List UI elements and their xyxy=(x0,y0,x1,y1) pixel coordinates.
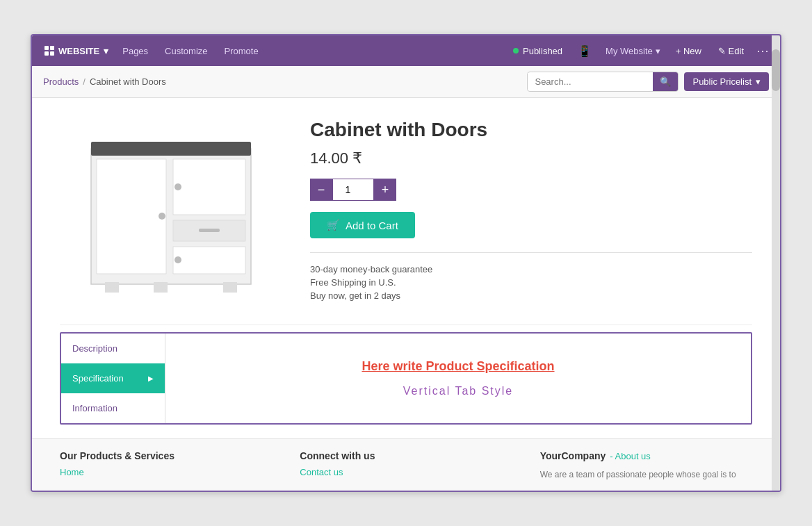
nav-customize[interactable]: Customize xyxy=(158,35,214,66)
footer-col3-text: We are a team of passionate people whose… xyxy=(540,470,752,479)
new-label: + New xyxy=(676,46,701,56)
footer-col3-title: YourCompany xyxy=(540,450,606,461)
product-price: 14.00 ₹ xyxy=(310,149,752,167)
published-badge: Published xyxy=(506,46,569,56)
logo-label: WEBSITE xyxy=(58,46,99,56)
quantity-plus-button[interactable]: + xyxy=(374,179,396,201)
svg-rect-11 xyxy=(223,282,237,293)
pricelist-button[interactable]: Public Pricelist ▾ xyxy=(684,72,769,91)
logo-dropdown-icon: ▾ xyxy=(104,46,108,56)
svg-point-8 xyxy=(174,183,181,190)
quantity-input[interactable] xyxy=(332,179,374,201)
svg-rect-1 xyxy=(91,142,251,156)
quantity-row: − + xyxy=(310,179,752,201)
tabs-section: Description Specification Information He… xyxy=(60,332,752,425)
pricelist-label: Public Pricelist xyxy=(692,76,752,87)
breadcrumb-separator: / xyxy=(83,76,86,87)
guarantee-item-3: Buy now, get in 2 days xyxy=(310,290,752,301)
search-area: 🔍 Public Pricelist ▾ xyxy=(527,72,769,92)
more-options-button[interactable]: ⋯ xyxy=(754,43,772,58)
breadcrumb-products-link[interactable]: Products xyxy=(43,76,79,87)
product-image xyxy=(70,121,272,302)
svg-rect-2 xyxy=(97,159,166,274)
top-nav: WEBSITE ▾ Pages Customize Promote Publis… xyxy=(32,35,780,66)
footer-col3-about-link[interactable]: - About us xyxy=(610,451,651,461)
svg-rect-12 xyxy=(154,282,168,293)
footer-col1-link[interactable]: Home xyxy=(60,467,272,477)
guarantees: 30-day money-back guarantee Free Shippin… xyxy=(310,252,752,301)
product-details: Cabinet with Doors 14.00 ₹ − + 🛒 Add to … xyxy=(310,119,752,304)
add-to-cart-button[interactable]: 🛒 Add to Cart xyxy=(310,212,415,238)
search-button[interactable]: 🔍 xyxy=(653,72,678,91)
svg-point-9 xyxy=(174,256,181,263)
product-title: Cabinet with Doors xyxy=(310,119,752,141)
breadcrumb-row: Products / Cabinet with Doors 🔍 Public P… xyxy=(32,66,780,98)
breadcrumb-current: Cabinet with Doors xyxy=(90,76,166,87)
browser-window: WEBSITE ▾ Pages Customize Promote Publis… xyxy=(31,34,781,492)
scrollbar-thumb[interactable] xyxy=(772,49,780,91)
spec-content-title: Here write Product Specification xyxy=(362,359,554,374)
nav-pages[interactable]: Pages xyxy=(115,35,155,66)
footer-col1-title: Our Products & Services xyxy=(60,450,272,461)
website-logo[interactable]: WEBSITE ▾ xyxy=(40,46,113,56)
tab-content: Here write Product Specification Vertica… xyxy=(165,334,751,423)
footer-col-3: YourCompany - About us We are a team of … xyxy=(540,450,752,479)
svg-rect-5 xyxy=(199,229,220,232)
product-section: Cabinet with Doors 14.00 ₹ − + 🛒 Add to … xyxy=(32,98,780,324)
my-website-btn[interactable]: My Website ▾ xyxy=(600,46,666,56)
footer-col2-title: Connect with us xyxy=(300,450,512,461)
published-dot-icon xyxy=(513,48,519,54)
footer-col-1: Our Products & Services Home xyxy=(60,450,272,479)
svg-rect-3 xyxy=(173,159,245,215)
grid-icon xyxy=(44,46,54,56)
svg-rect-10 xyxy=(105,282,119,293)
edit-button[interactable]: ✎ Edit xyxy=(711,46,751,56)
scrollbar[interactable] xyxy=(772,35,780,491)
footer-col-2: Connect with us Contact us xyxy=(300,450,512,479)
tabs-sidebar: Description Specification Information xyxy=(61,334,165,423)
breadcrumb: Products / Cabinet with Doors xyxy=(43,76,166,87)
svg-rect-6 xyxy=(173,247,245,274)
cart-icon: 🛒 xyxy=(327,219,340,231)
tab-description[interactable]: Description xyxy=(61,334,165,363)
pricelist-dropdown-icon: ▾ xyxy=(756,76,761,87)
guarantee-item-2: Free Shipping in U.S. xyxy=(310,277,752,288)
footer-col2-link[interactable]: Contact us xyxy=(300,467,512,477)
mobile-icon[interactable]: 📱 xyxy=(572,44,597,58)
new-button[interactable]: + New xyxy=(669,46,708,56)
spec-content-subtitle: Vertical Tab Style xyxy=(403,385,513,397)
edit-label: ✎ Edit xyxy=(718,46,744,56)
footer-area: Our Products & Services Home Connect wit… xyxy=(32,438,780,491)
nav-promote[interactable]: Promote xyxy=(218,35,266,66)
quantity-minus-button[interactable]: − xyxy=(310,179,332,201)
tab-specification[interactable]: Specification xyxy=(61,363,165,393)
published-label: Published xyxy=(523,46,562,56)
guarantee-item-1: 30-day money-back guarantee xyxy=(310,264,752,274)
my-website-label: My Website xyxy=(606,46,653,56)
svg-point-7 xyxy=(159,213,165,220)
tab-information[interactable]: Information xyxy=(61,393,165,423)
add-to-cart-label: Add to Cart xyxy=(346,220,398,231)
search-input[interactable] xyxy=(528,73,653,90)
search-input-wrap: 🔍 xyxy=(527,72,679,92)
product-image-wrap xyxy=(60,119,282,304)
my-website-dropdown-icon: ▾ xyxy=(656,46,660,56)
